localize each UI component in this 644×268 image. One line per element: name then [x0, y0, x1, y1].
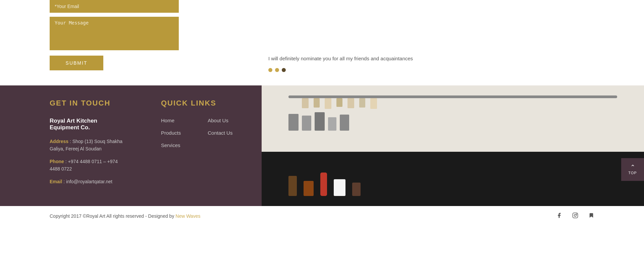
- quick-links-column: QUICK LINKS Home Products Services About…: [134, 85, 262, 206]
- quick-links-title: QUICK LINKS: [161, 99, 252, 108]
- svg-point-2: [576, 214, 577, 214]
- link-about-us[interactable]: About Us: [208, 118, 232, 123]
- email-detail: Email : info@royalartqatar.net: [50, 178, 124, 185]
- top-arrow-icon: ⌃: [630, 164, 635, 170]
- testimonial-dots: [268, 68, 286, 72]
- facebook-icon[interactable]: [556, 212, 562, 220]
- top-button[interactable]: ⌃ TOP: [621, 158, 644, 181]
- contact-form-area: SUBMIT: [0, 0, 188, 85]
- shelf-rail: [288, 95, 617, 98]
- copyright-text: Copyright 2017 ©Royal Art All rights res…: [50, 213, 200, 219]
- link-products[interactable]: Products: [161, 130, 181, 136]
- email-input[interactable]: [50, 0, 179, 13]
- dot-3[interactable]: [282, 68, 286, 72]
- message-textarea[interactable]: [50, 17, 179, 50]
- svg-rect-0: [573, 213, 578, 218]
- submit-button[interactable]: SUBMIT: [50, 56, 103, 70]
- shelf-containers: [288, 112, 349, 131]
- link-home[interactable]: Home: [161, 118, 181, 123]
- link-contact-us[interactable]: Contact Us: [208, 130, 232, 136]
- kitchen-image-inner: [262, 85, 644, 206]
- links-col-2: About Us Contact Us: [208, 118, 232, 148]
- counter-items: [288, 173, 361, 196]
- address-detail: Address : Shop (13) Souq Shakha Galiya, …: [50, 138, 124, 153]
- company-name: Royal Art Kitchen Equipment Co.: [50, 118, 124, 131]
- get-in-touch-column: GET IN TOUCH Royal Art Kitchen Equipment…: [0, 85, 134, 206]
- email-value: : info@royalartqatar.net: [63, 179, 112, 184]
- links-grid: Home Products Services About Us Contact …: [161, 118, 252, 148]
- dot-2[interactable]: [275, 68, 279, 72]
- testimonial-area: I will definitely nominate you for all m…: [188, 0, 644, 85]
- top-label: TOP: [628, 171, 637, 175]
- bookmark-icon[interactable]: [588, 212, 594, 220]
- phone-detail: Phone : +974 4488 0711 – +974 4488 0722: [50, 158, 124, 173]
- instagram-icon[interactable]: [572, 212, 578, 220]
- social-icons: [556, 212, 594, 220]
- address-label: Address: [50, 139, 68, 144]
- hanging-items: [302, 98, 377, 109]
- dot-1[interactable]: [268, 68, 272, 72]
- testimonial-text: I will definitely nominate you for all m…: [268, 56, 413, 61]
- kitchen-image: [262, 85, 644, 206]
- top-section: SUBMIT I will definitely nominate you fo…: [0, 0, 644, 85]
- new-waves-link[interactable]: New Waves: [175, 213, 200, 219]
- copyright-bar: Copyright 2017 ©Royal Art All rights res…: [0, 206, 644, 226]
- link-services[interactable]: Services: [161, 142, 181, 148]
- links-col-1: Home Products Services: [161, 118, 181, 148]
- footer-section: GET IN TOUCH Royal Art Kitchen Equipment…: [0, 85, 644, 206]
- get-in-touch-title: GET IN TOUCH: [50, 99, 124, 108]
- phone-label: Phone: [50, 159, 64, 164]
- svg-point-1: [574, 214, 576, 216]
- email-label: Email: [50, 179, 62, 184]
